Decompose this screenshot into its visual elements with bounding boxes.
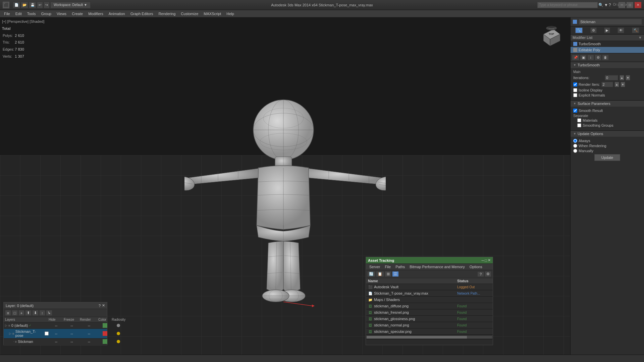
asset-tool-4[interactable]: ☰ — [392, 271, 399, 277]
menu-animation[interactable]: Animation — [106, 11, 128, 16]
mod-select-btn[interactable]: ▣ — [580, 55, 587, 60]
asset-row[interactable]: 📁 Maps / Shaders — [366, 297, 493, 303]
layer-tool-1[interactable]: ≡ — [5, 310, 11, 316]
asset-row[interactable]: 🖼 stickman_glossiness.png Found — [366, 316, 493, 322]
renderiters-checkbox[interactable] — [573, 82, 577, 86]
menu-rendering[interactable]: Rendering — [156, 11, 178, 16]
layer-help-btn[interactable]: ? — [99, 303, 101, 308]
display-panel-btn[interactable]: 👁 — [618, 27, 624, 33]
modifier-turbosmooth[interactable]: TurboSmooth — [571, 41, 644, 47]
new-btn[interactable]: 📄 — [13, 2, 20, 8]
mod-pin-btn[interactable]: 📌 — [572, 55, 579, 60]
asset-row[interactable]: 🖼 stickman_specular.png Found — [366, 328, 493, 335]
menu-views[interactable]: Views — [54, 11, 69, 16]
mod-move-btn[interactable]: ↕ — [587, 55, 594, 60]
asset-scrollbar-thumb[interactable] — [367, 336, 467, 339]
turbosmooth-section-header[interactable]: ▼ TurboSmooth — [571, 62, 644, 68]
object-color-swatch[interactable] — [573, 19, 577, 24]
save-btn[interactable]: 💾 — [29, 2, 36, 8]
asset-menu-file[interactable]: File — [383, 264, 393, 269]
renderiters-up[interactable]: ▲ — [614, 82, 619, 87]
asset-tool-settings[interactable]: ⚙ — [485, 271, 491, 277]
asset-restore-btn[interactable]: □ — [485, 258, 487, 262]
viewport[interactable]: [+] [Perspective] [Shaded] Total Polys:2… — [0, 17, 570, 362]
layer-tool-2[interactable]: □ — [12, 310, 18, 316]
modifier-panel-btn[interactable]: 🔧 — [575, 27, 583, 33]
asset-row[interactable]: 🖼 stickman_fresnel.png Found — [366, 309, 493, 316]
menu-customize[interactable]: Customize — [178, 11, 201, 16]
search-icon[interactable]: 🔍 — [598, 3, 603, 7]
maximize-btn[interactable]: □ — [627, 2, 633, 8]
layer-tool-7[interactable]: ↳ — [46, 310, 52, 316]
asset-tool-2[interactable]: 📋 — [376, 271, 384, 277]
menu-maxscript[interactable]: MAXScript — [201, 11, 224, 16]
menu-tools[interactable]: Tools — [24, 11, 39, 16]
search-input[interactable] — [537, 2, 598, 8]
layer-stickman-color[interactable] — [103, 331, 107, 336]
isolinedisplay-checkbox[interactable] — [573, 88, 577, 92]
asset-row[interactable]: 🖼 stickman_diffuse.png Found — [366, 303, 493, 309]
menu-modifiers[interactable]: Modifiers — [86, 11, 106, 16]
layer-row[interactable]: ▷ ≡ Stickman_T-pose -- -- -- — [4, 329, 107, 339]
layer-tool-5[interactable]: ⬇ — [32, 310, 39, 316]
utils-panel-btn[interactable]: 🔨 — [632, 27, 639, 33]
search-help-icon[interactable]: ? — [609, 3, 611, 7]
minimize-btn[interactable]: ─ — [619, 2, 625, 8]
mod-config-btn[interactable]: ⚙ — [595, 55, 601, 60]
layer-stickman-checkbox[interactable] — [45, 331, 49, 336]
asset-menu-server[interactable]: Server — [367, 264, 382, 269]
asset-tool-1[interactable]: 🔄 — [367, 271, 375, 277]
asset-close-btn[interactable]: ✕ — [488, 258, 491, 262]
asset-scrollbar-track[interactable] — [367, 336, 492, 339]
open-btn[interactable]: 📂 — [21, 2, 28, 8]
redo-btn[interactable]: ↪ — [44, 2, 50, 8]
asset-menu-options[interactable]: Options — [468, 264, 484, 269]
undo-btn[interactable]: ↩ — [37, 2, 43, 8]
smoothinggroups-checkbox[interactable] — [577, 123, 581, 127]
iterations-input[interactable]: 0 — [605, 75, 618, 80]
menu-group[interactable]: Group — [38, 11, 54, 16]
workspace-btn[interactable]: Workspace: Default ▼ — [50, 2, 91, 8]
layer-row[interactable]: · ≡ Stickman -- -- -- — [4, 339, 107, 345]
modifier-editablepoly[interactable]: Editable Poly — [571, 47, 644, 53]
iterations-up[interactable]: ▲ — [620, 75, 624, 80]
menu-help[interactable]: Help — [224, 11, 237, 16]
asset-scrollbar[interactable] — [366, 335, 493, 339]
asset-row[interactable]: 📄 Stickman_T-pose_max_vray.max Network P… — [366, 290, 493, 297]
layer-add-btn[interactable]: + — [18, 310, 24, 316]
layer-tool-6[interactable]: ↑ — [39, 310, 45, 316]
manually-radio[interactable] — [573, 149, 577, 153]
asset-minimize-btn[interactable]: ─ — [482, 258, 484, 262]
motion-panel-btn[interactable]: ▶ — [604, 27, 610, 33]
menu-file[interactable]: File — [1, 11, 13, 16]
update-options-header[interactable]: ▼ Update Options — [571, 131, 644, 137]
smoothresult-checkbox[interactable] — [573, 109, 577, 113]
object-name-input[interactable]: Stickman — [579, 19, 642, 25]
close-btn[interactable]: ✕ — [635, 2, 641, 8]
layer-row[interactable]: ▷ ≡ 0 (default) ✓ -- -- -- — [4, 322, 107, 329]
renderiters-down[interactable]: ▼ — [621, 82, 625, 87]
layer-stickman-obj-color[interactable] — [103, 339, 107, 344]
asset-row[interactable]: 🖼 stickman_normal.png Found — [366, 322, 493, 328]
layer-close-btn[interactable]: ✕ — [102, 303, 105, 308]
search-options-icon[interactable]: ▼ — [604, 3, 608, 7]
asset-menu-bitmap[interactable]: Bitmap Performance and Memory — [408, 264, 467, 269]
surface-params-header[interactable]: ▼ Surface Parameters — [571, 101, 644, 107]
hierarchy-panel-btn[interactable]: ⚙ — [590, 27, 597, 33]
layer-tool-4[interactable]: ⬆ — [25, 310, 32, 316]
menu-graph-editors[interactable]: Graph Editors — [128, 11, 156, 16]
asset-tool-help[interactable]: ? — [477, 272, 484, 277]
layer-0-color[interactable] — [103, 323, 107, 328]
renderiters-input[interactable] — [601, 82, 613, 87]
asset-menu-paths[interactable]: Paths — [393, 264, 407, 269]
whenrendering-radio[interactable] — [573, 144, 577, 148]
update-button[interactable]: Update — [594, 154, 620, 161]
materials-checkbox[interactable] — [577, 118, 581, 122]
menu-edit[interactable]: Edit — [13, 11, 24, 16]
menu-create[interactable]: Create — [69, 11, 86, 16]
explicitnormals-checkbox[interactable] — [573, 93, 577, 97]
nav-cube[interactable]: TOP — [537, 24, 564, 51]
asset-row[interactable]: ⬛ Autodesk Vault Logged Out — [366, 284, 493, 290]
iterations-down[interactable]: ▼ — [626, 75, 630, 80]
always-radio[interactable] — [573, 139, 577, 143]
